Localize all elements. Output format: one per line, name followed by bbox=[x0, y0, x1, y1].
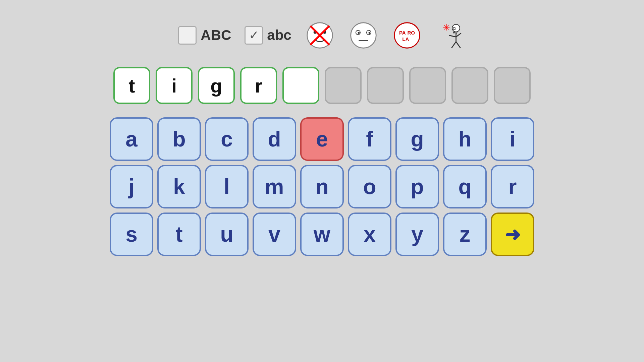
key-d[interactable]: d bbox=[253, 117, 296, 161]
key-o[interactable]: o bbox=[348, 165, 391, 208]
face-neutral-icon[interactable] bbox=[348, 20, 379, 50]
key-i[interactable]: i bbox=[491, 117, 534, 161]
letter-box-2: g bbox=[198, 67, 235, 104]
letter-box-7 bbox=[409, 67, 446, 104]
svg-point-9 bbox=[369, 32, 371, 34]
key-b[interactable]: b bbox=[157, 117, 201, 161]
letter-box-0: t bbox=[113, 67, 150, 104]
key-e[interactable]: e bbox=[300, 117, 344, 161]
lowercase-label: abc bbox=[267, 27, 291, 43]
key-j[interactable]: j bbox=[110, 165, 153, 208]
key-z[interactable]: z bbox=[443, 213, 487, 256]
keyboard: a b c d e f g h i j k l m n o p q r s t … bbox=[110, 117, 534, 256]
key-g[interactable]: g bbox=[395, 117, 439, 161]
submit-button[interactable]: ➜ bbox=[491, 213, 534, 256]
key-h[interactable]: h bbox=[443, 117, 487, 161]
key-s[interactable]: s bbox=[110, 213, 153, 256]
arrow-icon: ➜ bbox=[505, 224, 521, 245]
uppercase-checkbox[interactable] bbox=[178, 26, 197, 45]
key-r[interactable]: r bbox=[491, 165, 534, 208]
svg-line-20 bbox=[449, 35, 456, 37]
key-row-2: j k l m n o p q r bbox=[110, 165, 534, 208]
letter-box-1: i bbox=[156, 67, 193, 104]
svg-text:RO: RO bbox=[408, 29, 415, 35]
key-t[interactable]: t bbox=[157, 213, 201, 256]
key-q[interactable]: q bbox=[443, 165, 487, 208]
key-a[interactable]: a bbox=[110, 117, 153, 161]
key-f[interactable]: f bbox=[348, 117, 391, 161]
letter-box-8 bbox=[451, 67, 488, 104]
key-l[interactable]: l bbox=[205, 165, 249, 208]
ciao-icon[interactable]: Ci Ao ✳ bbox=[436, 20, 466, 50]
key-u[interactable]: u bbox=[205, 213, 249, 256]
word-display: t i g r bbox=[113, 67, 531, 104]
lowercase-checkbox[interactable] bbox=[245, 26, 263, 45]
letter-box-3: r bbox=[240, 67, 277, 104]
svg-line-23 bbox=[456, 42, 461, 48]
svg-text:Ao: Ao bbox=[453, 30, 458, 34]
parola-icon[interactable]: PA RO LA bbox=[392, 20, 422, 50]
uppercase-toggle[interactable]: ABC bbox=[178, 26, 231, 45]
key-c[interactable]: c bbox=[205, 117, 249, 161]
letter-box-5 bbox=[325, 67, 362, 104]
lowercase-toggle[interactable]: abc bbox=[245, 26, 291, 45]
toolbar: ABC abc bbox=[178, 20, 466, 50]
key-row-3: s t u v w x y z ➜ bbox=[110, 213, 534, 256]
letter-box-6 bbox=[367, 67, 404, 104]
svg-line-22 bbox=[452, 42, 456, 48]
key-y[interactable]: y bbox=[395, 213, 439, 256]
key-w[interactable]: w bbox=[300, 213, 344, 256]
key-x[interactable]: x bbox=[348, 213, 391, 256]
key-k[interactable]: k bbox=[157, 165, 201, 208]
svg-text:PA: PA bbox=[399, 29, 406, 35]
key-row-1: a b c d e f g h i bbox=[110, 117, 534, 161]
key-p[interactable]: p bbox=[395, 165, 439, 208]
key-n[interactable]: n bbox=[300, 165, 344, 208]
letter-box-4 bbox=[282, 67, 319, 104]
svg-text:Ci: Ci bbox=[453, 26, 456, 30]
key-m[interactable]: m bbox=[253, 165, 296, 208]
key-v[interactable]: v bbox=[253, 213, 296, 256]
svg-point-8 bbox=[358, 32, 360, 34]
letter-box-9 bbox=[494, 67, 531, 104]
face-crossed-icon[interactable] bbox=[305, 20, 335, 50]
svg-text:✳: ✳ bbox=[443, 22, 450, 33]
uppercase-label: ABC bbox=[201, 27, 231, 43]
svg-point-5 bbox=[351, 22, 376, 48]
svg-text:LA: LA bbox=[402, 36, 409, 42]
